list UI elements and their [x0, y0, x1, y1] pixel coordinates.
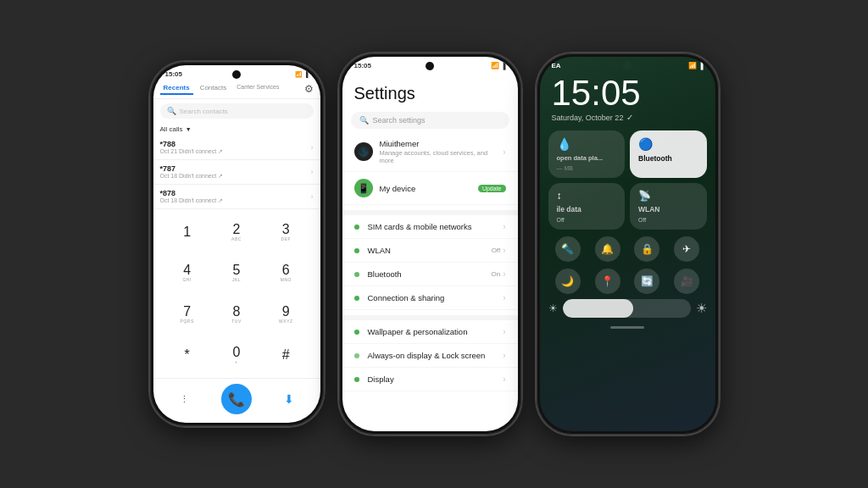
signal-icon: ▐	[501, 62, 506, 69]
quick-tile-wlan[interactable]: 📡 WLAN Off	[630, 183, 707, 230]
key-5[interactable]: 5JKL	[213, 253, 260, 292]
settings-item-connection-sharing[interactable]: Connection & sharing ›	[342, 286, 518, 310]
key-star[interactable]: *	[164, 336, 211, 374]
call-entry-3[interactable]: *878 Oct 18 Didn't connect ↗ ›	[153, 185, 320, 209]
tab-carrier[interactable]: Carrier Services	[233, 82, 282, 95]
status-icons: 📶 ▐	[295, 71, 309, 78]
contacts-search[interactable]: 🔍 Search contacts	[160, 103, 314, 119]
key-8[interactable]: 8TUV	[213, 295, 260, 334]
data-icon: 💧	[557, 137, 571, 151]
key-hash[interactable]: #	[262, 336, 309, 374]
chevron-right-icon: ›	[503, 222, 505, 231]
miuithemer-text: Miuithemer Manage accounts, cloud servic…	[380, 139, 504, 164]
phone-settings: 15:05 📶 ▐ Settings 🔍 Search settings 🌑	[339, 53, 521, 435]
settings-item-bluetooth[interactable]: Bluetooth On ›	[342, 263, 518, 286]
key-2[interactable]: 2ABC	[213, 213, 260, 252]
quick-tile-data[interactable]: 💧 open data pla... — MB	[548, 130, 626, 178]
menu-dots-icon[interactable]: ⋮	[172, 387, 196, 411]
search-icon: 🔍	[167, 107, 176, 115]
status-icons: 📶 ▐	[491, 62, 506, 69]
tab-recents[interactable]: Recents	[160, 82, 193, 95]
wifi-icon: 📶	[688, 62, 697, 69]
call-button[interactable]: 📞	[221, 384, 252, 414]
display-dot	[354, 377, 359, 382]
status-time: 15:05	[165, 70, 182, 78]
phone-quicksettings: EA 📶 ▐ 15:05 Saturday, October 22 ✓	[537, 53, 719, 435]
voicemail-icon[interactable]: ⬇	[277, 387, 301, 411]
check-circle-icon: ✓	[626, 113, 633, 122]
aod-text: Always-on display & Lock screen	[368, 351, 504, 360]
wifi-icon: 📶	[295, 71, 303, 78]
all-calls-label: All calls ▼	[153, 123, 320, 136]
chevron-right-icon: ›	[503, 293, 505, 302]
key-4[interactable]: 4GHI	[164, 253, 211, 292]
quick-btn-notifications[interactable]: 🔔	[595, 236, 620, 262]
tab-contacts[interactable]: Contacts	[197, 82, 231, 95]
wifi-icon: 📶	[491, 62, 499, 69]
update-badge[interactable]: Update	[478, 185, 506, 192]
wlan-dot	[354, 248, 359, 253]
call-entry-2[interactable]: *787 Oct 18 Didn't connect ↗ ›	[153, 160, 320, 185]
wlan-status: Off ›	[492, 246, 506, 255]
phone-settings-screen: 15:05 📶 ▐ Settings 🔍 Search settings 🌑	[342, 57, 518, 431]
wlan-text: WLAN	[368, 246, 492, 255]
settings-item-miuithemer[interactable]: 🌑 Miuithemer Manage accounts, cloud serv…	[342, 132, 518, 172]
chevron-right-icon: ›	[503, 327, 505, 336]
chevron-right-icon: ›	[503, 351, 505, 360]
brightness-high-icon: ☀	[696, 301, 707, 316]
home-indicator[interactable]	[610, 326, 644, 329]
mobiledata-icon: ↕	[557, 190, 562, 202]
signal-icon: ▐	[698, 62, 704, 69]
chevron-right-icon: ›	[503, 374, 505, 384]
key-0[interactable]: 0+	[213, 336, 260, 374]
quick-tile-mobiledata[interactable]: ↕ ile data Off	[548, 183, 626, 230]
settings-app: 15:05 📶 ▐ Settings 🔍 Search settings 🌑	[342, 57, 518, 431]
settings-item-wlan[interactable]: WLAN Off ›	[342, 239, 518, 263]
search-icon: 🔍	[359, 116, 369, 125]
signal-icon: ▐	[304, 71, 309, 77]
mydevice-text: My device	[380, 184, 478, 193]
search-placeholder: Search contacts	[180, 108, 228, 115]
quick-btn-camera[interactable]: 🎥	[674, 269, 699, 294]
quick-tiles-row2: ↕ ile data Off 📡 WLAN Off	[540, 183, 715, 235]
bluetooth-icon: 🔵	[638, 137, 653, 151]
status-icons: 📶 ▐	[688, 62, 704, 69]
wallpaper-dot	[354, 330, 359, 335]
quick-settings-app: EA 📶 ▐ 15:05 Saturday, October 22 ✓	[540, 57, 715, 431]
quick-btn-flashlight[interactable]: 🔦	[555, 236, 581, 262]
quick-btn-dnd[interactable]: 🌙	[555, 269, 581, 294]
phone-qs-screen: EA 📶 ▐ 15:05 Saturday, October 22 ✓	[540, 57, 715, 431]
key-9[interactable]: 9WXYZ	[262, 295, 309, 334]
quick-tiles-row1: 💧 open data pla... — MB 🔵 Bluetooth	[540, 122, 715, 183]
settings-section-2: Wallpaper & personalization › Always-on …	[342, 315, 518, 391]
brightness-slider[interactable]	[563, 299, 691, 318]
connection-dot	[354, 296, 359, 301]
settings-search[interactable]: 🔍 Search settings	[351, 112, 509, 129]
dialer-bottom-bar: ⋮ 📞 ⬇	[153, 378, 320, 423]
punch-hole	[623, 62, 632, 70]
key-6[interactable]: 6MNO	[262, 253, 309, 292]
settings-item-sim[interactable]: SIM cards & mobile networks ›	[342, 215, 518, 239]
keypad: 1 2ABC 3DEF 4GHI 5JKL 6MNO 7PQRS 8TUV 9W…	[153, 209, 320, 378]
miuithemer-icon: 🌑	[354, 142, 373, 161]
quick-btn-airplane[interactable]: ✈	[674, 236, 699, 262]
bluetooth-status: On ›	[491, 269, 505, 279]
settings-gear-icon[interactable]: ⚙	[304, 83, 314, 95]
quick-tile-bluetooth[interactable]: 🔵 Bluetooth	[630, 130, 707, 178]
settings-title: Settings	[342, 72, 518, 108]
quick-btn-lock[interactable]: 🔒	[634, 236, 659, 262]
key-1[interactable]: 1	[164, 213, 211, 252]
aod-dot	[354, 353, 359, 358]
wlan-icon: 📡	[638, 190, 651, 202]
settings-item-aod[interactable]: Always-on display & Lock screen ›	[342, 344, 518, 368]
quick-btn-rotate[interactable]: 🔄	[634, 269, 659, 294]
settings-item-wallpaper[interactable]: Wallpaper & personalization ›	[342, 320, 518, 344]
sim-text: SIM cards & mobile networks	[368, 222, 504, 231]
settings-item-display[interactable]: Display ›	[342, 368, 518, 391]
quick-btn-location[interactable]: 📍	[595, 269, 620, 294]
key-3[interactable]: 3DEF	[262, 213, 309, 252]
key-7[interactable]: 7PQRS	[164, 295, 211, 334]
wallpaper-text: Wallpaper & personalization	[368, 327, 504, 336]
call-entry-1[interactable]: *788 Oct 21 Didn't connect ↗ ›	[153, 136, 320, 160]
settings-item-mydevice[interactable]: 📱 My device Update	[342, 172, 518, 205]
